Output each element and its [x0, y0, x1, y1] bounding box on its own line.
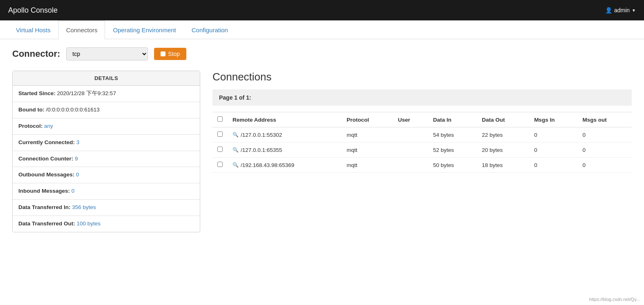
app-brand: Apollo Console — [8, 6, 58, 15]
stop-label: Stop — [168, 51, 180, 57]
row-data-out: 18 bytes — [477, 158, 529, 173]
detail-value-protocol: any — [44, 123, 53, 129]
row-data-in: 52 bytes — [428, 142, 477, 158]
tab-connectors[interactable]: Connectors — [58, 20, 105, 39]
detail-value-bound-to: /0:0:0:0:0:0:0:0:61613 — [46, 107, 99, 113]
table-header-row: Remote Address Protocol User Data In Dat… — [212, 112, 632, 127]
search-icon: 🔍 — [233, 147, 239, 153]
detail-label-inbound-messages: Inbound Messages: — [18, 188, 72, 194]
connector-row: Connector: tcp ssl ws wss Stop — [12, 47, 632, 60]
connections-panel: Connections Page 1 of 1: Remote Address … — [212, 71, 632, 232]
row-data-in: 50 bytes — [428, 158, 477, 173]
connector-label: Connector: — [12, 49, 60, 59]
detail-label-started-since: Started Since: — [18, 90, 57, 96]
detail-bound-to: Bound to: /0:0:0:0:0:0:0:0:61613 — [13, 102, 200, 118]
row-data-out: 20 bytes — [477, 142, 529, 158]
details-panel: DETAILS Started Since: 2020/12/28 下午9:32… — [12, 71, 200, 232]
row-msgs-in: 0 — [529, 127, 577, 142]
navbar: Apollo Console 👤 admin ▼ — [0, 0, 644, 20]
detail-value-connection-counter: 9 — [75, 156, 78, 162]
detail-value-inbound-messages: 0 — [72, 188, 75, 194]
table-row: 🔍/127.0.0.1:55302mqtt54 bytes22 bytes00 — [212, 127, 632, 142]
row-user — [393, 142, 428, 158]
th-data-in: Data In — [428, 112, 477, 127]
detail-label-protocol: Protocol: — [18, 123, 44, 129]
row-msgs-in: 0 — [529, 158, 577, 173]
row-protocol: mqtt — [342, 127, 393, 142]
row-msgs-in: 0 — [529, 142, 577, 158]
th-msgs-out: Msgs out — [577, 112, 632, 127]
tab-configuration[interactable]: Configuration — [184, 20, 236, 39]
user-menu[interactable]: 👤 admin ▼ — [605, 7, 636, 13]
row-msgs-out: 0 — [577, 142, 632, 158]
row-remote-address: 🔍/127.0.0.1:55302 — [228, 127, 342, 142]
row-checkbox-cell — [212, 127, 228, 142]
detail-label-outbound-messages: Outbound Messages: — [18, 171, 76, 178]
row-checkbox-1[interactable] — [217, 147, 223, 152]
detail-value-data-out: 100 bytes — [77, 220, 101, 227]
search-icon: 🔍 — [233, 132, 239, 138]
th-checkbox — [212, 112, 228, 127]
row-checkbox-cell — [212, 158, 228, 173]
connections-title: Connections — [212, 71, 632, 83]
detail-label-data-out: Data Transferred Out: — [18, 220, 77, 227]
row-data-out: 22 bytes — [477, 127, 529, 142]
th-protocol: Protocol — [342, 112, 393, 127]
user-icon: 👤 — [605, 7, 612, 13]
detail-label-data-in: Data Transferred In: — [18, 204, 72, 210]
row-checkbox-cell — [212, 142, 228, 158]
detail-protocol: Protocol: any — [13, 118, 200, 135]
row-msgs-out: 0 — [577, 158, 632, 173]
th-data-out: Data Out — [477, 112, 529, 127]
stop-button[interactable]: Stop — [154, 48, 186, 60]
main-content: Connector: tcp ssl ws wss Stop DETAILS S… — [0, 39, 644, 240]
tab-operating-environment[interactable]: Operating Environment — [105, 20, 183, 39]
table-row: 🔍/127.0.0.1:65355mqtt52 bytes20 bytes00 — [212, 142, 632, 158]
row-checkbox-2[interactable] — [217, 162, 223, 167]
connections-table: Remote Address Protocol User Data In Dat… — [212, 112, 632, 173]
detail-data-in: Data Transferred In: 356 bytes — [13, 200, 200, 216]
table-row: 🔍/192.168.43.98:65369mqtt50 bytes18 byte… — [212, 158, 632, 173]
row-protocol: mqtt — [342, 142, 393, 158]
row-checkbox-0[interactable] — [217, 131, 223, 137]
connector-select[interactable]: tcp ssl ws wss — [66, 47, 148, 60]
page-info-bar: Page 1 of 1: — [212, 89, 632, 106]
detail-label-connection-counter: Connection Counter: — [18, 156, 75, 162]
tab-navigation: Virtual Hosts Connectors Operating Envir… — [0, 20, 644, 39]
content-columns: DETAILS Started Since: 2020/12/28 下午9:32… — [12, 71, 632, 232]
detail-value-started-since: 2020/12/28 下午9:32:57 — [57, 90, 116, 96]
user-label: admin — [614, 7, 630, 13]
detail-value-currently-connected: 3 — [76, 139, 80, 145]
row-user — [393, 158, 428, 173]
row-protocol: mqtt — [342, 158, 393, 173]
detail-value-data-in: 356 bytes — [72, 204, 96, 210]
detail-currently-connected: Currently Connected: 3 — [13, 135, 200, 151]
detail-label-currently-connected: Currently Connected: — [18, 139, 76, 145]
row-remote-address: 🔍/192.168.43.98:65369 — [228, 158, 342, 173]
detail-value-outbound-messages: 0 — [76, 171, 79, 178]
row-user — [393, 127, 428, 142]
th-remote-address: Remote Address — [228, 112, 342, 127]
row-remote-address: 🔍/127.0.0.1:65355 — [228, 142, 342, 158]
row-msgs-out: 0 — [577, 127, 632, 142]
detail-connection-counter: Connection Counter: 9 — [13, 151, 200, 167]
row-data-in: 54 bytes — [428, 127, 477, 142]
detail-started-since: Started Since: 2020/12/28 下午9:32:57 — [13, 86, 200, 102]
detail-inbound-messages: Inbound Messages: 0 — [13, 183, 200, 200]
detail-label-bound-to: Bound to: — [18, 107, 46, 113]
th-msgs-in: Msgs In — [529, 112, 577, 127]
detail-data-out: Data Transferred Out: 100 bytes — [13, 216, 200, 232]
details-header: DETAILS — [13, 71, 200, 86]
tab-virtual-hosts[interactable]: Virtual Hosts — [8, 20, 58, 39]
th-user: User — [393, 112, 428, 127]
stop-icon — [161, 51, 165, 56]
detail-outbound-messages: Outbound Messages: 0 — [13, 167, 200, 183]
select-all-checkbox[interactable] — [217, 116, 223, 122]
caret-icon: ▼ — [632, 8, 636, 13]
search-icon: 🔍 — [233, 162, 239, 168]
